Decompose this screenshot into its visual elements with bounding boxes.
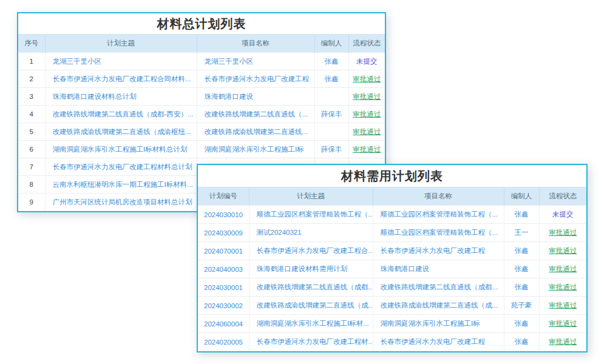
demand-plan-title: 材料需用计划列表 xyxy=(198,165,586,187)
cell-subject[interactable]: 顺德工业园区档案管理精装饰工程（... xyxy=(249,206,373,224)
cell-status: 未提交 xyxy=(348,53,385,70)
cell-project[interactable]: 湖南洞庭湖水库引水工程施工I标 xyxy=(197,141,314,158)
cell-project[interactable]: 湖南洞庭湖水库引水工程施工I标 xyxy=(373,315,504,333)
cell-seq: 9 xyxy=(18,194,45,211)
cell-status[interactable]: 审批通过 xyxy=(539,297,586,315)
cell-author: 张鑫 xyxy=(504,333,539,351)
cell-status[interactable]: 审批通过 xyxy=(348,70,385,88)
cell-author: 薛保丰 xyxy=(314,141,348,158)
cell-seq: 4 xyxy=(18,106,45,123)
cell-code[interactable]: 2024040003 xyxy=(198,260,249,278)
cell-status[interactable]: 审批通过 xyxy=(539,242,586,260)
cell-project[interactable]: 长春市伊通河水力发电厂改建工程 xyxy=(373,333,504,351)
cell-author xyxy=(314,123,348,141)
cell-subject[interactable]: 改建铁路线增建第二线直通线（成都... xyxy=(249,278,373,297)
cell-project[interactable]: 龙湖三千里小区 xyxy=(197,53,314,70)
cell-project[interactable]: 改建铁路线增建第二线直通线（... xyxy=(197,106,314,123)
cell-subject[interactable]: 广州市天河区统计局机房改造项目材料总计划 xyxy=(45,194,197,211)
cell-code[interactable]: 2024030009 xyxy=(198,224,249,242)
demand-plan-header-row: 计划编号 计划主题 项目名称 编制人 流程状态 xyxy=(198,187,586,206)
cell-subject[interactable]: 龙湖三千里小区 xyxy=(45,53,197,70)
cell-code[interactable]: 2024030001 xyxy=(198,278,249,297)
cell-author: 张鑫 xyxy=(504,278,539,297)
cell-subject[interactable]: 长春市伊通河水力发电厂改建工程合同材料... xyxy=(45,70,197,88)
cell-status[interactable]: 审批通过 xyxy=(348,106,385,123)
table-row: 3珠海鹤港口建设材料总计划珠海鹤港口建设审批通过 xyxy=(18,88,385,106)
cell-code[interactable]: 2024030002 xyxy=(198,297,249,315)
demand-plan-panel: 材料需用计划列表 计划编号 计划主题 项目名称 编制人 流程状态 2024030… xyxy=(197,164,588,352)
cell-subject[interactable]: 长春市伊通河水力发电厂改建工程材料总计划 xyxy=(45,158,197,176)
table-row: 4改建铁路线增建第二线直通线（成都-西安）...改建铁路线增建第二线直通线（..… xyxy=(18,106,385,123)
cell-subject[interactable]: 长春市伊通河水力发电厂改建工程合... xyxy=(249,242,373,260)
cell-project[interactable]: 改建铁路成渝线增建第二直通线... xyxy=(197,123,314,141)
cell-project[interactable]: 珠海鹤港口建设 xyxy=(373,260,504,278)
cell-seq: 2 xyxy=(18,70,45,88)
cell-status[interactable]: 审批通过 xyxy=(539,315,586,333)
header-subject: 计划主题 xyxy=(249,187,373,206)
cell-subject[interactable]: 改建铁路线增建第二线直通线（成都-西安）... xyxy=(45,106,197,123)
cell-status[interactable]: 审批通过 xyxy=(348,141,385,158)
cell-project[interactable]: 顺德工业园区档案管理精装饰工程（... xyxy=(373,224,504,242)
cell-seq: 5 xyxy=(18,123,45,141)
master-plan-title: 材料总计划列表 xyxy=(18,13,385,34)
cell-subject[interactable]: 云南水利枢纽潜明水库一期工程施工I标材料... xyxy=(45,176,197,194)
cell-code[interactable]: 2024070001 xyxy=(198,242,249,260)
cell-author: 张鑫 xyxy=(314,53,348,70)
header-seq: 序号 xyxy=(18,35,45,53)
table-row: 2024070001长春市伊通河水力发电厂改建工程合...长春市伊通河水力发电厂… xyxy=(198,242,586,260)
header-status: 流程状态 xyxy=(539,187,586,206)
table-row: 6湖南洞庭湖水库引水工程施工I标材料总计划湖南洞庭湖水库引水工程施工I标薛保丰审… xyxy=(18,141,385,158)
header-subject: 计划主题 xyxy=(45,35,197,53)
header-project: 项目名称 xyxy=(373,187,504,206)
header-project: 项目名称 xyxy=(197,35,314,53)
table-row: 2024030001改建铁路线增建第二线直通线（成都...改建铁路线增建第二线直… xyxy=(198,278,586,297)
cell-subject[interactable]: 珠海鹤港口建设材料需用计划 xyxy=(249,260,373,278)
cell-status[interactable]: 审批通过 xyxy=(539,260,586,278)
cell-subject[interactable]: 珠海鹤港口建设材料总计划 xyxy=(45,88,197,106)
cell-author: 张鑫 xyxy=(504,206,539,224)
cell-code[interactable]: 2024030010 xyxy=(198,206,249,224)
cell-author xyxy=(314,88,348,106)
table-row: 1龙湖三千里小区龙湖三千里小区张鑫未提交 xyxy=(18,53,385,70)
cell-author: 薛保丰 xyxy=(314,106,348,123)
cell-status[interactable]: 审批通过 xyxy=(539,333,586,351)
cell-status[interactable]: 审批通过 xyxy=(539,224,586,242)
cell-seq: 7 xyxy=(18,158,45,176)
cell-seq: 8 xyxy=(18,176,45,194)
cell-project[interactable]: 改建铁路成渝线增建第二直通线（成... xyxy=(373,297,504,315)
cell-subject[interactable]: 长春市伊通河水力发电厂改建工程材... xyxy=(249,333,373,351)
cell-status[interactable]: 审批通过 xyxy=(539,278,586,297)
cell-project[interactable]: 珠海鹤港口建设 xyxy=(197,88,314,106)
header-author: 编制人 xyxy=(504,187,539,206)
table-row: 2024020005长春市伊通河水力发电厂改建工程材...长春市伊通河水力发电厂… xyxy=(198,333,586,351)
table-row: 2024030009测试20240321顺德工业园区档案管理精装饰工程（...王… xyxy=(198,224,586,242)
cell-subject[interactable]: 湖南洞庭湖水库引水工程施工I标材料总计划 xyxy=(45,141,197,158)
cell-subject[interactable]: 改建铁路成渝线增建第二直通线（成... xyxy=(249,297,373,315)
table-row: 2024030002改建铁路成渝线增建第二直通线（成...改建铁路成渝线增建第二… xyxy=(198,297,586,315)
cell-author: 苑子豪 xyxy=(504,297,539,315)
table-row: 2024060004湖南洞庭湖水库引水工程施工I标材...湖南洞庭湖水库引水工程… xyxy=(198,315,586,333)
cell-author: 张鑫 xyxy=(504,260,539,278)
table-row: 2长春市伊通河水力发电厂改建工程合同材料...长春市伊通河水力发电厂改建工程张鑫… xyxy=(18,70,385,88)
cell-author: 张鑫 xyxy=(504,242,539,260)
cell-project[interactable]: 长春市伊通河水力发电厂改建工程 xyxy=(197,70,314,88)
cell-project[interactable]: 长春市伊通河水力发电厂改建工程 xyxy=(373,242,504,260)
cell-project[interactable]: 改建铁路线增建第二线直通线（成都... xyxy=(373,278,504,297)
cell-subject[interactable]: 湖南洞庭湖水库引水工程施工I标材... xyxy=(249,315,373,333)
table-row: 2024030010顺德工业园区档案管理精装饰工程（...顺德工业园区档案管理精… xyxy=(198,206,586,224)
header-author: 编制人 xyxy=(314,35,348,53)
cell-subject[interactable]: 改建铁路成渝线增建第二直通线（成渝枢纽... xyxy=(45,123,197,141)
master-plan-header-row: 序号 计划主题 项目名称 编制人 流程状态 xyxy=(18,35,385,53)
cell-seq: 6 xyxy=(18,141,45,158)
header-code: 计划编号 xyxy=(198,187,249,206)
cell-status[interactable]: 审批通过 xyxy=(348,88,385,106)
table-row: 2024040003珠海鹤港口建设材料需用计划珠海鹤港口建设张鑫审批通过 xyxy=(198,260,586,278)
cell-project[interactable]: 顺德工业园区档案管理精装饰工程（... xyxy=(373,206,504,224)
cell-status[interactable]: 审批通过 xyxy=(348,123,385,141)
cell-code[interactable]: 2024020005 xyxy=(198,333,249,351)
table-row: 5改建铁路成渝线增建第二直通线（成渝枢纽...改建铁路成渝线增建第二直通线...… xyxy=(18,123,385,141)
cell-code[interactable]: 2024060004 xyxy=(198,315,249,333)
cell-subject[interactable]: 测试20240321 xyxy=(249,224,373,242)
cell-author: 张鑫 xyxy=(504,315,539,333)
cell-author: 张鑫 xyxy=(314,70,348,88)
